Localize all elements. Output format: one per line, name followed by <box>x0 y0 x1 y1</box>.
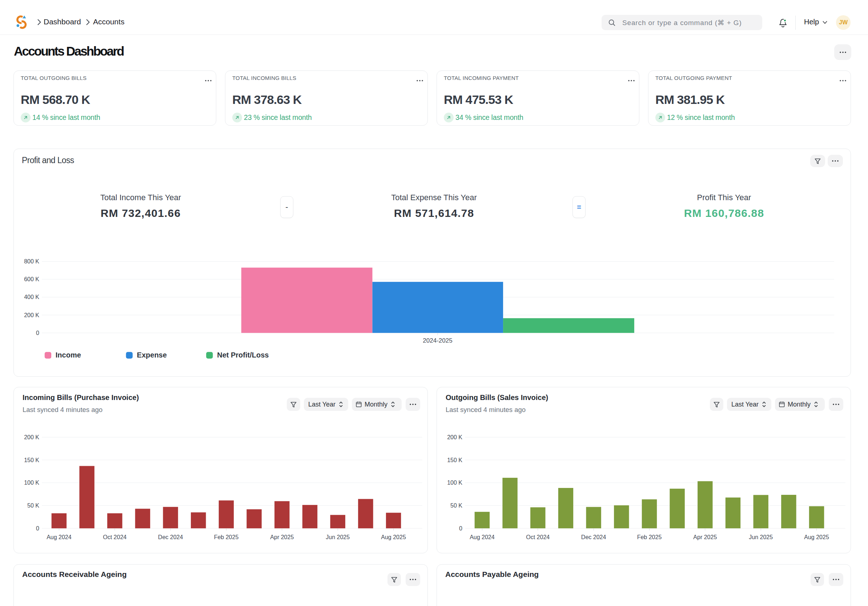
svg-text:0: 0 <box>459 526 462 532</box>
svg-text:Income: Income <box>56 351 81 359</box>
svg-text:Dec 2024: Dec 2024 <box>158 534 183 540</box>
svg-text:100 K: 100 K <box>24 479 39 486</box>
svg-text:Feb 2025: Feb 2025 <box>214 534 239 540</box>
svg-text:Aug 2024: Aug 2024 <box>470 534 495 540</box>
svg-text:Oct 2024: Oct 2024 <box>103 534 127 540</box>
svg-text:800 K: 800 K <box>24 258 39 264</box>
svg-text:Apr 2025: Apr 2025 <box>693 534 717 540</box>
svg-text:150 K: 150 K <box>447 457 462 463</box>
svg-text:200 K: 200 K <box>24 312 39 318</box>
svg-text:100 K: 100 K <box>447 479 462 486</box>
svg-text:200 K: 200 K <box>24 434 39 440</box>
svg-text:Jun 2025: Jun 2025 <box>326 534 350 540</box>
svg-text:2024-2025: 2024-2025 <box>423 337 452 344</box>
svg-text:0: 0 <box>36 330 39 336</box>
svg-text:Oct 2024: Oct 2024 <box>526 534 550 540</box>
svg-text:0: 0 <box>36 526 39 532</box>
svg-text:Aug 2025: Aug 2025 <box>381 534 406 540</box>
svg-text:200 K: 200 K <box>447 434 462 440</box>
svg-text:400 K: 400 K <box>24 294 39 300</box>
svg-text:50 K: 50 K <box>450 502 462 509</box>
svg-text:Aug 2025: Aug 2025 <box>804 534 829 540</box>
svg-text:Expense: Expense <box>137 351 167 359</box>
svg-text:Jun 2025: Jun 2025 <box>749 534 773 540</box>
svg-text:50 K: 50 K <box>27 502 39 509</box>
svg-text:Net Profit/Loss: Net Profit/Loss <box>217 351 269 359</box>
svg-text:Aug 2024: Aug 2024 <box>46 534 71 540</box>
svg-text:Feb 2025: Feb 2025 <box>637 534 662 540</box>
svg-text:Apr 2025: Apr 2025 <box>270 534 294 540</box>
svg-text:Dec 2024: Dec 2024 <box>581 534 606 540</box>
svg-text:600 K: 600 K <box>24 276 39 282</box>
svg-text:150 K: 150 K <box>24 457 39 463</box>
